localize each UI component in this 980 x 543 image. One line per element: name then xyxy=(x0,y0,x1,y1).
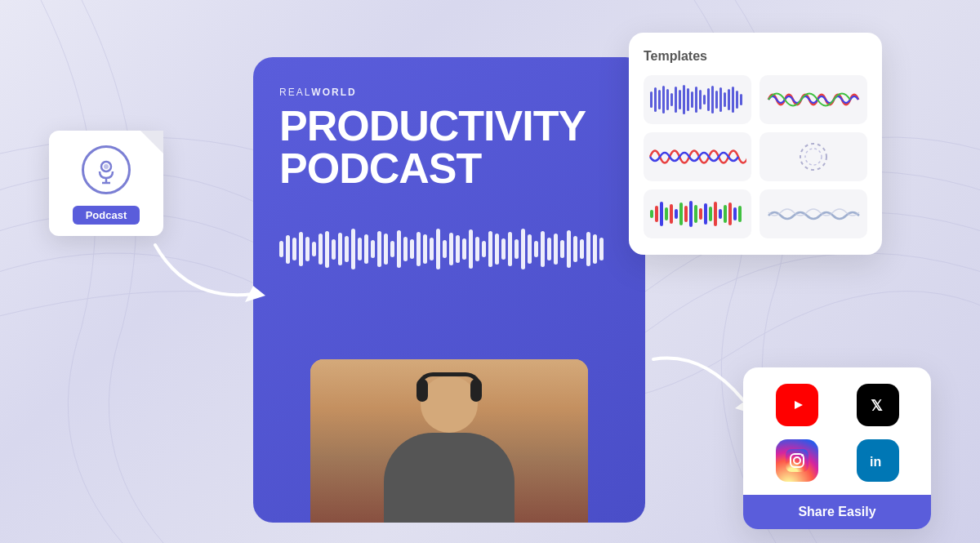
svg-rect-12 xyxy=(675,87,677,113)
svg-point-30 xyxy=(805,149,822,165)
share-youtube[interactable] xyxy=(763,384,831,426)
svg-rect-28 xyxy=(740,94,742,105)
svg-rect-10 xyxy=(666,89,669,110)
svg-rect-45 xyxy=(719,209,722,219)
svg-rect-17 xyxy=(695,87,697,113)
svg-rect-35 xyxy=(670,204,673,224)
templates-grid xyxy=(644,75,867,238)
podcast-icon xyxy=(82,145,131,194)
person-photo xyxy=(310,359,588,523)
linkedin-icon: in xyxy=(857,439,899,482)
template-item-2[interactable] xyxy=(760,75,867,124)
svg-rect-16 xyxy=(691,91,693,108)
person-silhouette xyxy=(310,359,588,523)
svg-rect-41 xyxy=(699,208,702,220)
svg-point-57 xyxy=(801,454,804,456)
arrow-right xyxy=(637,343,760,420)
svg-rect-15 xyxy=(687,88,689,111)
svg-rect-25 xyxy=(728,89,730,110)
template-item-5[interactable] xyxy=(644,189,751,238)
templates-title: Templates xyxy=(644,49,867,64)
podcast-file-card: Podcast xyxy=(49,131,163,236)
svg-rect-49 xyxy=(738,206,742,222)
svg-rect-43 xyxy=(709,207,712,221)
share-panel: 𝕏 xyxy=(743,367,931,529)
template-item-3[interactable] xyxy=(644,132,751,181)
svg-rect-46 xyxy=(724,205,727,223)
template-item-1[interactable] xyxy=(644,75,751,124)
svg-rect-42 xyxy=(704,203,707,225)
svg-rect-11 xyxy=(670,93,673,106)
svg-rect-40 xyxy=(694,205,697,223)
templates-panel: Templates xyxy=(629,33,882,255)
svg-rect-44 xyxy=(714,202,717,226)
podcast-title: PRODUCTIVITY PODCAST xyxy=(279,105,619,189)
share-icons-grid: 𝕏 xyxy=(743,367,931,495)
share-instagram[interactable] xyxy=(763,439,831,482)
svg-text:in: in xyxy=(870,455,881,469)
svg-rect-7 xyxy=(654,87,657,112)
svg-rect-36 xyxy=(675,209,678,219)
svg-rect-18 xyxy=(699,90,702,109)
share-easily-label: Share Easily xyxy=(743,495,931,529)
svg-rect-31 xyxy=(650,210,653,218)
svg-rect-19 xyxy=(703,95,706,105)
svg-rect-14 xyxy=(683,85,685,114)
twitter-x-icon: 𝕏 xyxy=(857,384,899,426)
svg-rect-13 xyxy=(679,90,681,109)
podcast-waveform xyxy=(279,212,619,286)
svg-point-1 xyxy=(104,164,109,169)
svg-rect-9 xyxy=(662,86,665,113)
template-item-4[interactable] xyxy=(760,132,867,181)
svg-rect-34 xyxy=(665,207,668,220)
svg-rect-33 xyxy=(660,202,663,226)
svg-text:𝕏: 𝕏 xyxy=(871,398,883,414)
svg-rect-22 xyxy=(715,91,718,109)
svg-rect-23 xyxy=(719,87,722,112)
svg-point-29 xyxy=(800,144,826,170)
svg-rect-48 xyxy=(733,207,737,220)
svg-rect-24 xyxy=(724,92,726,107)
podcast-file: Podcast xyxy=(49,131,163,236)
svg-rect-39 xyxy=(689,201,693,227)
template-item-6[interactable] xyxy=(760,189,867,238)
svg-rect-21 xyxy=(711,86,714,113)
svg-rect-6 xyxy=(650,91,653,108)
svg-rect-54 xyxy=(786,449,808,472)
svg-rect-27 xyxy=(736,91,738,109)
svg-rect-20 xyxy=(707,88,710,111)
svg-rect-8 xyxy=(658,90,661,109)
main-podcast-card: REALWORLD PRODUCTIVITY PODCAST xyxy=(253,57,645,523)
youtube-icon xyxy=(776,384,818,426)
arrow-left xyxy=(139,237,270,322)
svg-rect-38 xyxy=(684,206,688,222)
share-linkedin[interactable]: in xyxy=(844,439,911,482)
instagram-icon xyxy=(776,439,818,482)
svg-rect-37 xyxy=(679,203,683,225)
podcast-label: Podcast xyxy=(73,206,140,225)
svg-rect-26 xyxy=(732,87,734,113)
share-twitter-x[interactable]: 𝕏 xyxy=(844,384,911,426)
svg-rect-32 xyxy=(655,206,658,222)
svg-rect-47 xyxy=(728,203,732,225)
brand-label: REALWORLD xyxy=(279,87,619,98)
